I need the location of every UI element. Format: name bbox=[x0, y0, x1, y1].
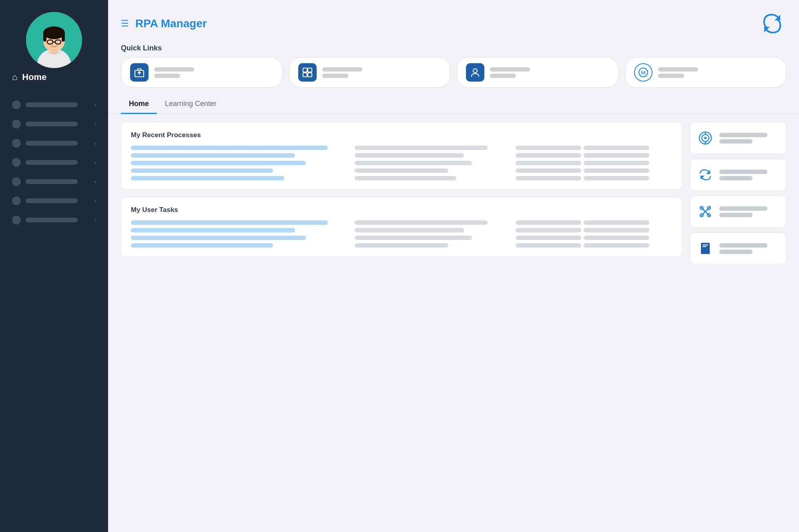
sidebar-label-7 bbox=[26, 218, 78, 222]
recycle-icon bbox=[697, 166, 714, 183]
sidebar-dot-5 bbox=[12, 177, 21, 186]
recent-processes-grid bbox=[131, 146, 672, 180]
quick-link-1[interactable] bbox=[121, 57, 283, 88]
ql-text-line-3a bbox=[490, 67, 530, 72]
content-row: My Recent Processes bbox=[108, 122, 799, 532]
chevron-icon-4: ‹ bbox=[94, 159, 96, 166]
rc-text-1a bbox=[719, 133, 767, 137]
data-bar bbox=[584, 146, 649, 150]
sidebar-dot-6 bbox=[12, 196, 21, 205]
data-bar bbox=[516, 243, 581, 248]
chevron-icon-6: ‹ bbox=[94, 198, 96, 204]
data-bar bbox=[584, 176, 649, 180]
data-bar bbox=[516, 146, 581, 150]
data-bar bbox=[584, 236, 649, 240]
data-bar bbox=[131, 236, 306, 240]
rc-text-1b bbox=[719, 139, 753, 144]
sidebar-label-3 bbox=[26, 141, 78, 146]
ql-icon-3 bbox=[466, 63, 484, 82]
col-3 bbox=[516, 146, 672, 180]
target-icon bbox=[697, 130, 714, 146]
data-bar bbox=[355, 228, 464, 232]
rc-text-4b bbox=[719, 250, 753, 254]
app-title: RPA Manager bbox=[135, 17, 207, 30]
data-bar bbox=[516, 236, 581, 240]
rc-text-2a bbox=[719, 170, 767, 174]
sidebar-item-2[interactable]: ‹ bbox=[6, 115, 102, 133]
svg-point-21 bbox=[704, 137, 707, 139]
data-bar bbox=[584, 153, 649, 158]
rc-text-3a bbox=[719, 206, 767, 211]
right-card-2[interactable] bbox=[690, 159, 786, 191]
quick-link-3[interactable] bbox=[457, 57, 618, 88]
sidebar-dot-1 bbox=[12, 100, 21, 109]
sidebar-item-3[interactable]: ‹ bbox=[6, 134, 102, 152]
tab-home[interactable]: Home bbox=[121, 96, 157, 114]
sidebar-label-2 bbox=[26, 122, 78, 126]
quick-links-row: M bbox=[108, 57, 799, 96]
chevron-icon-7: ‹ bbox=[94, 217, 96, 223]
data-bar bbox=[355, 146, 488, 150]
sidebar-item-5[interactable]: ‹ bbox=[6, 173, 102, 190]
center-panels: My Recent Processes bbox=[121, 122, 682, 524]
data-bar bbox=[131, 161, 306, 165]
chevron-icon-3: ‹ bbox=[94, 140, 96, 146]
data-bar bbox=[516, 168, 581, 173]
ql-text-line-3b bbox=[490, 74, 516, 78]
svg-text:M: M bbox=[640, 70, 645, 76]
sidebar-label-1 bbox=[26, 102, 78, 107]
sidebar-dot-4 bbox=[12, 158, 21, 167]
user-tasks-panel: My User Tasks bbox=[121, 197, 682, 257]
recent-processes-title: My Recent Processes bbox=[131, 131, 672, 139]
sidebar-item-6[interactable]: ‹ bbox=[6, 192, 102, 210]
recent-processes-panel: My Recent Processes bbox=[121, 122, 682, 190]
rc-text-4a bbox=[719, 243, 767, 248]
col-2 bbox=[355, 146, 511, 180]
rc-text-3b bbox=[719, 213, 753, 217]
sidebar-home-link[interactable]: ⌂ Home bbox=[0, 68, 108, 86]
menu-icon[interactable]: ☰ bbox=[121, 19, 129, 28]
quick-link-2[interactable] bbox=[289, 57, 451, 88]
ql-text-line-2a bbox=[322, 67, 362, 72]
sidebar-item-1[interactable]: ‹ bbox=[6, 96, 102, 114]
data-bar bbox=[131, 153, 295, 158]
ql-text-line-2b bbox=[322, 74, 348, 78]
data-bar bbox=[131, 243, 273, 248]
tabs-row: Home Learning Center bbox=[108, 96, 799, 114]
tab-learning-center[interactable]: Learning Center bbox=[157, 96, 225, 114]
data-bar bbox=[131, 228, 295, 232]
user-tasks-title: My User Tasks bbox=[131, 206, 672, 214]
sidebar-item-7[interactable]: ‹ bbox=[6, 211, 102, 229]
quick-link-4[interactable]: M bbox=[625, 57, 787, 88]
data-bar bbox=[355, 220, 488, 225]
col-2 bbox=[355, 220, 511, 248]
col-1 bbox=[131, 220, 350, 248]
avatar-image bbox=[26, 12, 82, 68]
svg-point-4 bbox=[43, 26, 65, 39]
ql-text-line-4b bbox=[658, 74, 684, 78]
right-card-4[interactable] bbox=[690, 232, 786, 264]
svg-rect-5 bbox=[43, 33, 46, 42]
col-3 bbox=[516, 220, 672, 248]
data-bar bbox=[516, 176, 581, 180]
data-bar bbox=[355, 161, 472, 165]
right-card-1[interactable] bbox=[690, 122, 786, 154]
bookmark-icon bbox=[697, 240, 714, 257]
data-bar bbox=[516, 220, 581, 225]
ql-text-line-4a bbox=[658, 67, 698, 72]
sidebar-dot-3 bbox=[12, 139, 21, 148]
sidebar-item-4[interactable]: ‹ bbox=[6, 154, 102, 171]
refresh-button[interactable] bbox=[758, 10, 786, 38]
data-bar bbox=[131, 220, 328, 225]
right-card-3[interactable] bbox=[690, 196, 786, 228]
ql-icon-2 bbox=[298, 63, 317, 82]
ql-text-line-1a bbox=[154, 67, 194, 72]
avatar bbox=[26, 12, 82, 68]
data-bar bbox=[355, 243, 448, 248]
sidebar-nav: ‹ ‹ ‹ ‹ bbox=[0, 96, 108, 229]
data-bar bbox=[516, 153, 581, 158]
data-bar bbox=[355, 153, 464, 158]
data-bar bbox=[355, 236, 472, 240]
data-bar bbox=[584, 243, 649, 248]
data-bar bbox=[355, 176, 456, 180]
